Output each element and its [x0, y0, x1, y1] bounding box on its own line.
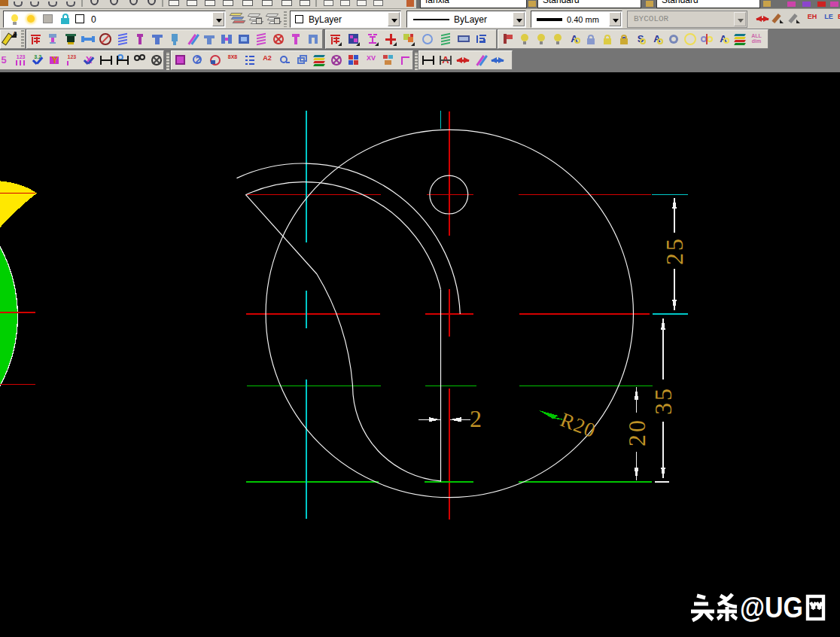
svg-text:R20: R20: [557, 408, 599, 442]
svg-text:25: 25: [661, 236, 688, 265]
svg-text:35: 35: [650, 386, 677, 415]
svg-text:2: 2: [470, 405, 484, 432]
svg-text:@UG: @UG: [740, 592, 803, 623]
svg-text:20: 20: [623, 418, 650, 447]
